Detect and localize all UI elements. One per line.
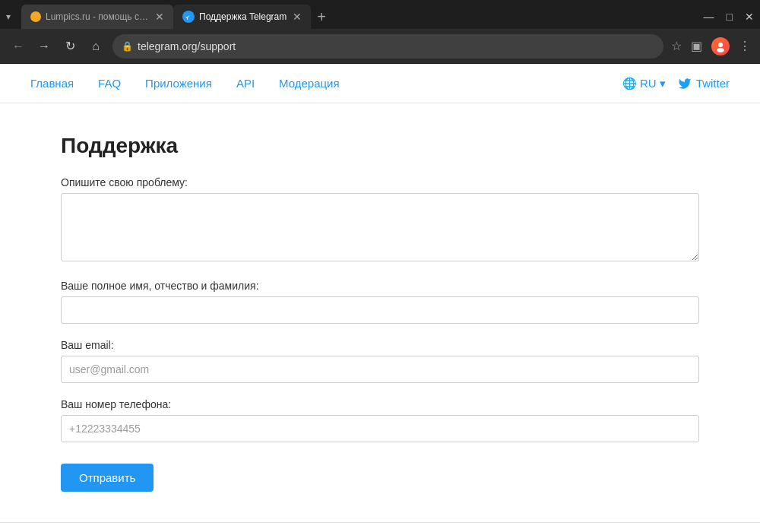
menu-button[interactable]: ⋮ <box>739 39 751 53</box>
reload-button[interactable]: ↻ <box>61 39 79 53</box>
address-bar: ← → ↻ ⌂ 🔒 telegram.org/support ☆ ▣ ⋮ <box>0 29 760 64</box>
language-selector[interactable]: 🌐 RU ▾ <box>622 77 666 90</box>
phone-input[interactable] <box>61 415 699 442</box>
profile-avatar[interactable] <box>711 37 730 55</box>
tab-telegram-close[interactable]: ✕ <box>293 11 302 22</box>
email-label: Ваш email: <box>61 339 699 351</box>
close-button[interactable]: ✕ <box>745 11 754 23</box>
problem-label: Опишите свою проблему: <box>61 176 699 188</box>
name-group: Ваше полное имя, отчество и фамилия: <box>61 280 699 324</box>
submit-button[interactable]: Отправить <box>61 464 154 492</box>
twitter-label: Twitter <box>696 77 730 90</box>
svg-point-1 <box>718 43 723 47</box>
window-controls-left: ▾ <box>6 11 15 22</box>
tab-telegram[interactable]: Поддержка Telegram ✕ <box>173 5 311 29</box>
secure-icon: 🔒 <box>122 41 133 52</box>
lumpics-favicon <box>30 11 41 22</box>
page-footer: О TELEGRAM БЛОГ ДЛЯ СМИ МОДЕРАЦИЯ <box>0 522 760 532</box>
tab-telegram-title: Поддержка Telegram <box>199 11 287 22</box>
address-actions: ☆ ▣ ⋮ <box>671 37 751 55</box>
site-nav: Главная FAQ Приложения API Модерация 🌐 R… <box>0 64 760 103</box>
tab-lumpics[interactable]: Lumpics.ru - помощь с компь... ✕ <box>21 5 173 29</box>
email-input[interactable] <box>61 356 699 383</box>
url-bar[interactable]: 🔒 telegram.org/support <box>112 34 663 59</box>
svg-point-2 <box>717 48 724 52</box>
email-group: Ваш email: <box>61 339 699 383</box>
new-tab-button[interactable]: + <box>317 9 326 24</box>
page-title: Поддержка <box>61 134 699 158</box>
nav-api[interactable]: API <box>236 77 255 90</box>
minimize-button[interactable]: — <box>704 11 714 23</box>
phone-label: Ваш номер телефона: <box>61 398 699 410</box>
name-input[interactable] <box>61 296 699 324</box>
page-content: Главная FAQ Приложения API Модерация 🌐 R… <box>0 64 760 532</box>
back-button[interactable]: ← <box>9 40 27 53</box>
phone-group: Ваш номер телефона: <box>61 398 699 442</box>
telegram-favicon <box>182 11 195 23</box>
maximize-button[interactable]: □ <box>727 11 733 23</box>
nav-links: Главная FAQ Приложения API Модерация <box>30 77 622 90</box>
url-text: telegram.org/support <box>138 40 236 52</box>
tab-lumpics-title: Lumpics.ru - помощь с компь... <box>46 11 149 22</box>
browser-chrome: ▾ Lumpics.ru - помощь с компь... ✕ Подде… <box>0 0 760 64</box>
tab-lumpics-close[interactable]: ✕ <box>155 11 164 22</box>
window-controls-right: — □ ✕ <box>704 11 754 23</box>
main-content: Поддержка Опишите свою проблему: Ваше по… <box>0 103 760 522</box>
extensions-button[interactable]: ▣ <box>691 39 702 53</box>
bookmark-button[interactable]: ☆ <box>671 39 682 53</box>
tab-dropdown[interactable]: ▾ <box>6 11 11 22</box>
nav-right: 🌐 RU ▾ Twitter <box>622 77 730 90</box>
forward-button[interactable]: → <box>35 40 53 53</box>
problem-group: Опишите свою проблему: <box>61 176 699 264</box>
twitter-link[interactable]: Twitter <box>678 77 730 90</box>
twitter-icon <box>678 77 692 90</box>
nav-faq[interactable]: FAQ <box>98 77 121 90</box>
name-label: Ваше полное имя, отчество и фамилия: <box>61 280 699 292</box>
problem-textarea[interactable] <box>61 193 699 261</box>
nav-home[interactable]: Главная <box>30 77 74 90</box>
home-button[interactable]: ⌂ <box>87 40 105 53</box>
nav-apps[interactable]: Приложения <box>145 77 212 90</box>
nav-moderation[interactable]: Модерация <box>279 77 340 90</box>
tab-bar: ▾ Lumpics.ru - помощь с компь... ✕ Подде… <box>0 0 760 29</box>
